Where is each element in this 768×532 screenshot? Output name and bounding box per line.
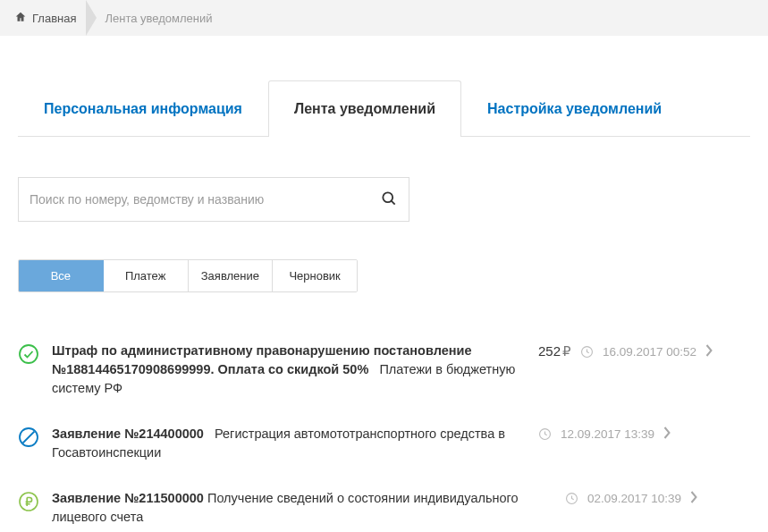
check-circle-icon xyxy=(18,343,39,365)
item-title: Заявление №211500000 xyxy=(52,491,204,505)
item-date: 02.09.2017 10:39 xyxy=(587,492,681,505)
tab-notification-settings[interactable]: Настройка уведомлений xyxy=(461,80,688,137)
clock-icon xyxy=(538,427,552,441)
filter-all[interactable]: Все xyxy=(19,260,104,291)
item-date: 16.09.2017 00:52 xyxy=(603,345,696,359)
search-input[interactable] xyxy=(30,192,380,207)
item-title: Заявление №214400000 xyxy=(52,426,204,441)
filter-payment[interactable]: Платеж xyxy=(104,260,189,291)
breadcrumb: Главная Лента уведомлений xyxy=(0,0,768,36)
filter-draft[interactable]: Черновик xyxy=(273,260,357,291)
svg-point-2 xyxy=(20,345,38,363)
item-body: Штраф по административному правонарушени… xyxy=(52,342,526,398)
item-body: Заявление №214400000 Регистрация автомот… xyxy=(52,425,526,462)
filter-group: Все Платеж Заявление Черновик xyxy=(18,259,358,292)
list-item[interactable]: Заявление №214400000 Регистрация автомот… xyxy=(18,411,750,476)
list-item[interactable]: Штраф по административному правонарушени… xyxy=(18,328,750,411)
no-symbol-icon xyxy=(18,426,39,448)
item-amount: 252₽ xyxy=(538,343,571,359)
breadcrumb-home-label: Главная xyxy=(32,12,76,25)
ruble-circle-icon xyxy=(18,491,39,512)
tab-notifications-feed[interactable]: Лента уведомлений xyxy=(268,80,461,137)
filter-application[interactable]: Заявление xyxy=(189,260,274,291)
breadcrumb-separator-icon xyxy=(87,0,97,36)
breadcrumb-home[interactable]: Главная xyxy=(14,11,87,26)
home-icon xyxy=(14,11,27,26)
svg-line-5 xyxy=(23,432,35,443)
item-meta: 252₽ 16.09.2017 00:52 xyxy=(538,343,713,359)
tab-personal-info[interactable]: Персональная информация xyxy=(18,80,268,137)
notification-list: Штраф по административному правонарушени… xyxy=(18,328,750,532)
list-item[interactable]: Заявление №211500000 Получение сведений … xyxy=(18,476,750,532)
breadcrumb-current: Лента уведомлений xyxy=(97,12,223,25)
chevron-right-icon xyxy=(705,344,713,359)
svg-line-1 xyxy=(392,200,395,204)
item-body: Заявление №211500000 Получение сведений … xyxy=(52,489,553,527)
chevron-right-icon xyxy=(690,491,697,506)
chevron-right-icon xyxy=(663,426,671,442)
item-meta: 12.09.2017 13:39 xyxy=(538,426,671,442)
item-date: 12.09.2017 13:39 xyxy=(561,427,654,441)
ruble-icon: ₽ xyxy=(562,343,571,359)
svg-point-0 xyxy=(383,192,392,202)
clock-icon xyxy=(565,492,578,505)
breadcrumb-current-label: Лента уведомлений xyxy=(105,12,212,25)
profile-tabs: Персональная информация Лента уведомлени… xyxy=(18,80,750,137)
search-icon[interactable] xyxy=(380,190,398,210)
item-meta: 02.09.2017 10:39 xyxy=(565,491,697,506)
search-box[interactable] xyxy=(18,177,409,222)
clock-icon xyxy=(580,345,594,359)
